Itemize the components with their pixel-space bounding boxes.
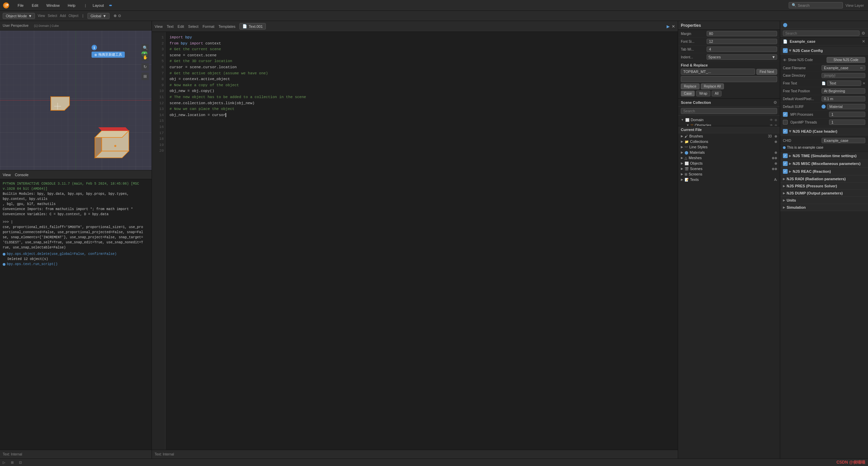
tab-scripting[interactable]: [109, 5, 112, 6]
snap-icon[interactable]: ⊕: [114, 14, 117, 18]
njs-time-header[interactable]: ✓ ▶ NJS TIME (Simulation time settings): [780, 152, 868, 160]
domain-visibility-icon[interactable]: 👁: [770, 118, 773, 122]
bottom-play-icon[interactable]: ▷: [3, 461, 5, 464]
file-item-linestyles[interactable]: ▶ 〰 Line Styles: [678, 144, 780, 150]
njs-radi-header[interactable]: ▶ NJS RADI (Radiation parameters): [780, 175, 868, 183]
bottom-grid-icon[interactable]: ⊞: [11, 461, 14, 464]
find-next-button[interactable]: Find Next: [756, 69, 777, 75]
file-item-meshes[interactable]: ▶ △ Meshes ⊕⊕: [678, 155, 780, 161]
editor-format-menu[interactable]: Format: [202, 24, 214, 29]
select-menu[interactable]: Select: [48, 14, 57, 18]
njs-filter-icon[interactable]: ⚙: [862, 31, 865, 36]
njs-reac-checkbox[interactable]: ✓: [783, 169, 788, 174]
view-menu[interactable]: View: [38, 14, 45, 18]
file-item-objects[interactable]: ▶ ⬜ Objects ⊕: [678, 161, 780, 166]
units-header[interactable]: ▶ Units: [780, 197, 868, 204]
tab-width-input[interactable]: 4: [707, 46, 777, 52]
njs-head-checkbox[interactable]: ✓: [783, 129, 788, 134]
tree-item-obstacles[interactable]: ▼ ▽ Obstacles 👁 ⊕: [678, 123, 780, 126]
chid-value[interactable]: Example_case: [822, 138, 865, 143]
njs-reac-header[interactable]: ✓ ▶ NJS REAC (Reaction): [780, 168, 868, 175]
object-mode-dropdown[interactable]: Object Mode ▼: [3, 13, 35, 19]
filter-icon[interactable]: ⚙: [773, 100, 777, 105]
local-view-icon[interactable]: ⊞: [141, 73, 149, 80]
njs-pres-header[interactable]: ▶ NJS PRES (Pressure Solver): [780, 183, 868, 190]
margin-input[interactable]: 80: [707, 31, 777, 36]
brushes-extra-icon[interactable]: ⊕: [774, 134, 777, 138]
console-view-tab[interactable]: View: [3, 173, 11, 177]
file-item-scenes[interactable]: ▶ 🎬 Scenes ⊕⊕: [678, 166, 780, 171]
close-editor-icon[interactable]: ✕: [672, 24, 675, 29]
editor-file-tab[interactable]: 📄 Text.001: [239, 23, 266, 30]
njs-misc-header[interactable]: ✓ ▶ NJS MISC (Miscellaneous parameters): [780, 160, 868, 168]
font-size-input[interactable]: 12: [707, 39, 777, 44]
njs-misc-checkbox[interactable]: ✓: [783, 161, 788, 166]
add-menu[interactable]: Add: [60, 14, 66, 18]
tab-layout[interactable]: Layout: [91, 3, 105, 8]
domain-select-icon[interactable]: ⊕: [774, 118, 777, 122]
menu-window[interactable]: Window: [45, 3, 61, 8]
object-menu[interactable]: Object: [68, 14, 78, 18]
file-item-texts[interactable]: ▶ 📝 Texts Aᵢ: [678, 177, 780, 182]
indent-dropdown[interactable]: Spaces ▼: [707, 54, 777, 60]
editor-templates-menu[interactable]: Templates: [218, 24, 235, 29]
editor-text-menu[interactable]: Text: [167, 24, 174, 29]
run-script-icon[interactable]: ▶: [667, 24, 670, 29]
njs-dump-header[interactable]: ▶ NJS DUMP (Output parameters): [780, 190, 868, 197]
file-item-brushes[interactable]: ▶ 🖌 Brushes 33 ⊕: [678, 133, 780, 139]
file-item-collections[interactable]: ▶ 📁 Collections ⊕: [678, 139, 780, 144]
njs-close-icon[interactable]: ✕: [862, 39, 865, 44]
wrap-button[interactable]: Wrap: [696, 91, 710, 96]
njs-search-input[interactable]: [783, 31, 860, 36]
viewport-canvas[interactable]: ℹ ⊕ 拖拽至新建工具 + 🔍 ✋ ↻ ⊞: [0, 31, 152, 170]
default-surf-value[interactable]: Material: [827, 104, 865, 109]
editor-edit-menu[interactable]: Edit: [178, 24, 184, 29]
scene-search-input[interactable]: [681, 108, 777, 114]
console-tab[interactable]: Console: [15, 173, 28, 177]
editor-select-menu[interactable]: Select: [188, 24, 199, 29]
openmp-value[interactable]: 1: [829, 119, 865, 125]
global-search-box[interactable]: 🔍 Search: [789, 2, 843, 8]
default-voxel-value[interactable]: 0.1 m: [822, 96, 865, 101]
all-button[interactable]: All: [712, 91, 722, 96]
menu-edit[interactable]: Edit: [31, 3, 40, 8]
case-button[interactable]: Case: [681, 91, 695, 96]
replace-input[interactable]: [681, 76, 777, 82]
pan-icon[interactable]: ✋: [141, 54, 149, 61]
linestyles-icon: 〰: [685, 145, 688, 149]
file-item-materials[interactable]: ▶ ⬤ Materials ⊕: [678, 150, 780, 155]
free-text-value[interactable]: Text: [827, 80, 861, 86]
obstacles-visibility-icon[interactable]: 👁: [770, 124, 773, 126]
case-filename-edit-icon[interactable]: ✏: [860, 66, 863, 70]
case-filename-value[interactable]: Example_case ✏: [822, 65, 865, 71]
simulation-header[interactable]: ▶ Simulation: [780, 204, 868, 211]
editor-view-menu[interactable]: View: [155, 24, 163, 29]
njs-head-header[interactable]: ✓ ▶ NJS HEAD (Case header): [780, 128, 868, 135]
find-search-input[interactable]: [681, 69, 755, 75]
free-text-close-icon[interactable]: ✕: [863, 81, 865, 85]
mpi-value[interactable]: 1: [829, 112, 865, 117]
show-njs-button[interactable]: Show NJS Code: [827, 57, 865, 63]
njs-config-checkbox[interactable]: ✓: [783, 48, 788, 53]
mpi-checkbox[interactable]: ✓: [783, 112, 788, 117]
menu-help[interactable]: Help: [66, 3, 77, 8]
view-label[interactable]: User Perspective: [3, 24, 28, 27]
zoom-icon[interactable]: 🔍: [141, 44, 149, 52]
njs-time-checkbox[interactable]: ✓: [783, 153, 788, 158]
global-dropdown[interactable]: Global▼: [87, 13, 110, 19]
openmp-checkbox[interactable]: [783, 120, 788, 125]
file-item-screens[interactable]: ▶ ⊞ Screens: [678, 171, 780, 177]
menu-file[interactable]: File: [16, 3, 25, 8]
free-text-position-value[interactable]: At Beginning: [822, 88, 865, 94]
obstacles-select-icon[interactable]: ⊕: [774, 124, 777, 126]
rotate-icon[interactable]: ↻: [141, 63, 149, 71]
code-area[interactable]: import bpy from bpy import context # Get…: [165, 32, 678, 450]
proportional-icon[interactable]: ⊙: [118, 14, 121, 18]
replace-all-button[interactable]: Replace All: [701, 83, 724, 89]
case-directory-value[interactable]: (empty): [822, 73, 865, 78]
njs-active-icon[interactable]: ⬤: [783, 22, 787, 27]
bottom-snap-icon[interactable]: ⊡: [19, 461, 22, 464]
replace-button[interactable]: Replace: [681, 83, 699, 89]
tree-item-domain[interactable]: ▼ ⬜ Domain 👁 ⊕: [678, 117, 780, 123]
njs-case-config-header[interactable]: ✓ ▶ NJS Case Config: [780, 47, 868, 55]
